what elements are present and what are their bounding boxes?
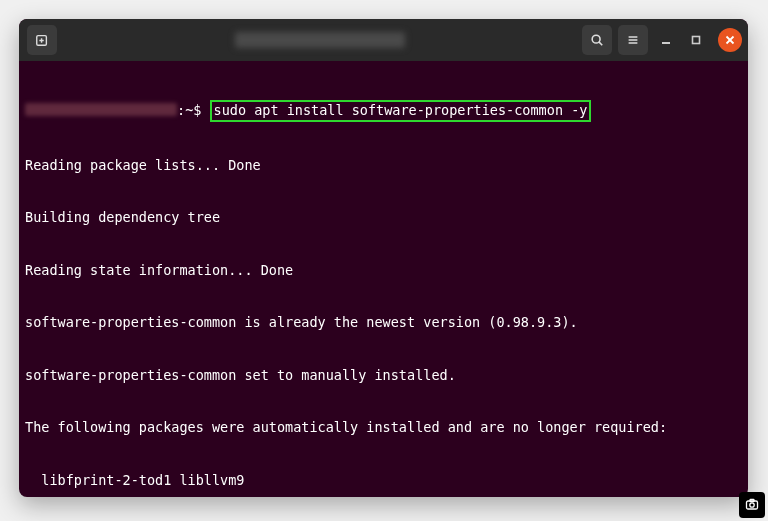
prompt-user-redacted <box>25 103 177 116</box>
search-button[interactable] <box>582 25 612 55</box>
output-line: The following packages were automaticall… <box>25 419 742 437</box>
command-highlight: sudo apt install software-properties-com… <box>210 100 592 122</box>
titlebar <box>19 19 748 61</box>
output-line: software-properties-common set to manual… <box>25 367 742 385</box>
terminal-window: :~$ sudo apt install software-properties… <box>19 19 748 497</box>
output-line: Reading state information... Done <box>25 262 742 280</box>
output-line: libfprint-2-tod1 libllvm9 <box>25 472 742 490</box>
prompt-line-1: :~$ sudo apt install software-properties… <box>25 100 742 122</box>
svg-point-3 <box>592 35 600 43</box>
menu-button[interactable] <box>618 25 648 55</box>
output-line: Reading package lists... Done <box>25 157 742 175</box>
output-line: software-properties-common is already th… <box>25 314 742 332</box>
output-line: Building dependency tree <box>25 209 742 227</box>
svg-line-4 <box>599 42 602 45</box>
close-button[interactable] <box>718 28 742 52</box>
prompt-suffix: :~$ <box>177 102 210 118</box>
svg-rect-9 <box>693 37 700 44</box>
screenshot-tool-badge <box>739 492 765 518</box>
terminal-body[interactable]: :~$ sudo apt install software-properties… <box>19 61 748 497</box>
new-tab-button[interactable] <box>27 25 57 55</box>
title-redacted <box>235 32 405 48</box>
window-title <box>57 32 582 48</box>
svg-point-13 <box>750 503 754 507</box>
maximize-button[interactable] <box>684 28 708 52</box>
minimize-button[interactable] <box>654 28 678 52</box>
